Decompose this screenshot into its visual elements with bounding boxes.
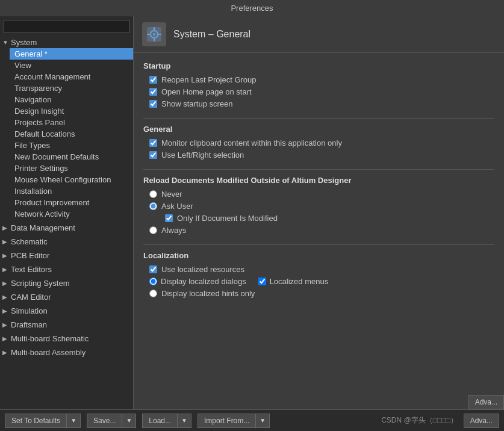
import-from-button[interactable]: Import From...	[198, 414, 256, 428]
radio-ask-user[interactable]: Ask User	[143, 202, 494, 211]
sidebar-item-mouse-wheel-config[interactable]: Mouse Wheel Configuration	[10, 174, 133, 185]
tree-item-scripting-system[interactable]: ▶ Scripting System	[0, 276, 133, 290]
tree-label-multi-board-assembly: Multi-board Assembly	[11, 348, 131, 357]
tree-item-system[interactable]: ▼ System General * View Account Manageme…	[0, 36, 133, 221]
tree-label-navigation: Navigation	[14, 95, 131, 104]
load-button[interactable]: Load...	[142, 414, 178, 428]
checkbox-left-right-selection-input[interactable]	[149, 151, 157, 159]
set-to-defaults-button[interactable]: Set To Defaults	[5, 414, 67, 428]
bottom-bar: Set To Defaults ▼ Save... ▼ Load... ▼ Im…	[0, 409, 504, 431]
sidebar-item-product-improvement[interactable]: Product Improvement	[10, 197, 133, 208]
radio-ask-user-input[interactable]	[149, 202, 157, 210]
radio-never-input[interactable]	[149, 190, 157, 198]
tree-arrow-multi-board-schematic: ▶	[2, 335, 11, 342]
section-general: General Monitor clipboard content within…	[143, 125, 494, 160]
sidebar-item-network-activity[interactable]: Network Activity	[10, 208, 133, 220]
tree-label-mouse-wheel-config: Mouse Wheel Configuration	[14, 175, 131, 184]
checkbox-use-localized-resources-input[interactable]	[149, 265, 157, 273]
checkbox-show-startup-screen[interactable]: Show startup screen	[143, 99, 494, 108]
divider-1	[143, 118, 494, 119]
sidebar-item-printer-settings[interactable]: Printer Settings	[10, 163, 133, 174]
checkbox-show-startup-screen-input[interactable]	[149, 100, 157, 108]
main-container: ▼ System General * View Account Manageme…	[0, 16, 504, 409]
sidebar-item-transparency[interactable]: Transparency	[10, 82, 133, 94]
set-to-defaults-arrow[interactable]: ▼	[67, 414, 81, 428]
set-to-defaults-group: Set To Defaults ▼	[5, 414, 81, 428]
tree-arrow-multi-board-assembly: ▶	[2, 349, 11, 356]
section-localization: Localization Use localized resources Dis…	[143, 251, 494, 298]
tree-label-schematic: Schematic	[11, 237, 131, 246]
save-arrow[interactable]: ▼	[122, 414, 136, 428]
search-box[interactable]	[4, 20, 129, 33]
section-title-reload: Reload Documents Modified Outside of Alt…	[143, 176, 494, 185]
tree-children-system: General * View Account Management Transp…	[0, 48, 133, 220]
checkbox-localized-menus-row[interactable]: Localized menus	[258, 277, 329, 286]
checkbox-reopen-last-project-label: Reopen Last Project Group	[161, 75, 257, 84]
tree-label-multi-board-schematic: Multi-board Schematic	[11, 334, 131, 343]
sidebar-item-installation[interactable]: Installation	[10, 185, 133, 197]
checkbox-use-localized-resources[interactable]: Use localized resources	[143, 265, 494, 274]
sidebar-item-general[interactable]: General *	[10, 48, 133, 60]
tree-arrow-system: ▼	[2, 39, 11, 46]
advanced-button[interactable]: Adva...	[468, 395, 504, 409]
sidebar: ▼ System General * View Account Manageme…	[0, 16, 134, 409]
sidebar-item-new-document-defaults[interactable]: New Document Defaults	[10, 151, 133, 163]
section-reload: Reload Documents Modified Outside of Alt…	[143, 176, 494, 235]
tree-item-pcb-editor[interactable]: ▶ PCB Editor	[0, 249, 133, 262]
radio-never[interactable]: Never	[143, 190, 494, 199]
checkbox-monitor-clipboard-label: Monitor clipboard content within this ap…	[161, 138, 342, 147]
tree-label-system: System	[11, 38, 131, 47]
advanced-bottom-button[interactable]: Adva...	[464, 414, 499, 428]
checkbox-localized-menus-input[interactable]	[258, 278, 266, 285]
radio-display-localized-dialogs-row[interactable]: Display localized dialogs	[149, 277, 246, 286]
tree-item-simulation[interactable]: ▶ Simulation	[0, 304, 133, 318]
search-input[interactable]	[4, 20, 129, 33]
checkbox-reopen-last-project-input[interactable]	[149, 76, 157, 84]
bottom-right-text: CSDN @字头（□□□□）	[381, 415, 458, 426]
checkbox-reopen-last-project[interactable]: Reopen Last Project Group	[143, 75, 494, 84]
load-group: Load... ▼	[142, 414, 191, 428]
checkbox-only-if-modified[interactable]: Only If Document Is Modified	[143, 214, 494, 223]
tree-item-cam-editor[interactable]: ▶ CAM Editor	[0, 290, 133, 304]
tree-item-schematic[interactable]: ▶ Schematic	[0, 235, 133, 249]
tree-label-product-improvement: Product Improvement	[14, 198, 131, 207]
tree-container: ▼ System General * View Account Manageme…	[0, 36, 133, 409]
sidebar-item-navigation[interactable]: Navigation	[10, 94, 133, 105]
title-bar: Preferences	[0, 0, 504, 16]
checkbox-open-home-page-input[interactable]	[149, 88, 157, 96]
tree-item-draftsman[interactable]: ▶ Draftsman	[0, 318, 133, 332]
tree-item-data-management[interactable]: ▶ Data Management	[0, 221, 133, 235]
checkbox-left-right-selection[interactable]: Use Left/Right selection	[143, 150, 494, 160]
radio-display-localized-hints-label: Display localized hints only	[161, 289, 255, 298]
radio-display-localized-dialogs-input[interactable]	[149, 278, 157, 285]
radio-always-input[interactable]	[149, 226, 157, 234]
sidebar-item-account-management[interactable]: Account Management	[10, 71, 133, 82]
tree-arrow-scripting-system: ▶	[2, 280, 11, 287]
load-arrow[interactable]: ▼	[178, 414, 191, 428]
section-title-general: General	[143, 125, 494, 134]
sidebar-item-projects-panel[interactable]: Projects Panel	[10, 117, 133, 128]
checkbox-open-home-page-label: Open Home page on start	[161, 87, 252, 96]
import-from-arrow[interactable]: ▼	[256, 414, 270, 428]
radio-always[interactable]: Always	[143, 226, 494, 235]
checkbox-monitor-clipboard-input[interactable]	[149, 139, 157, 147]
window-title: Preferences	[231, 4, 273, 13]
tree-item-multi-board-assembly[interactable]: ▶ Multi-board Assembly	[0, 346, 133, 359]
tree-item-text-editors[interactable]: ▶ Text Editors	[0, 262, 133, 276]
tree-arrow-data-management: ▶	[2, 225, 11, 231]
radio-always-label: Always	[161, 226, 186, 235]
radio-display-localized-hints[interactable]: Display localized hints only	[143, 289, 494, 298]
checkbox-localized-menus-label: Localized menus	[270, 277, 329, 286]
tree-item-multi-board-schematic[interactable]: ▶ Multi-board Schematic	[0, 332, 133, 346]
checkbox-monitor-clipboard[interactable]: Monitor clipboard content within this ap…	[143, 138, 494, 147]
sidebar-item-view[interactable]: View	[10, 60, 133, 71]
sidebar-item-design-insight[interactable]: Design Insight	[10, 105, 133, 117]
import-from-group: Import From... ▼	[198, 414, 270, 428]
radio-display-localized-hints-input[interactable]	[149, 290, 157, 297]
checkbox-open-home-page[interactable]: Open Home page on start	[143, 87, 494, 96]
divider-2	[143, 169, 494, 170]
checkbox-only-if-modified-input[interactable]	[165, 214, 173, 222]
sidebar-item-default-locations[interactable]: Default Locations	[10, 128, 133, 140]
save-button[interactable]: Save...	[87, 414, 122, 428]
sidebar-item-file-types[interactable]: File Types	[10, 140, 133, 151]
